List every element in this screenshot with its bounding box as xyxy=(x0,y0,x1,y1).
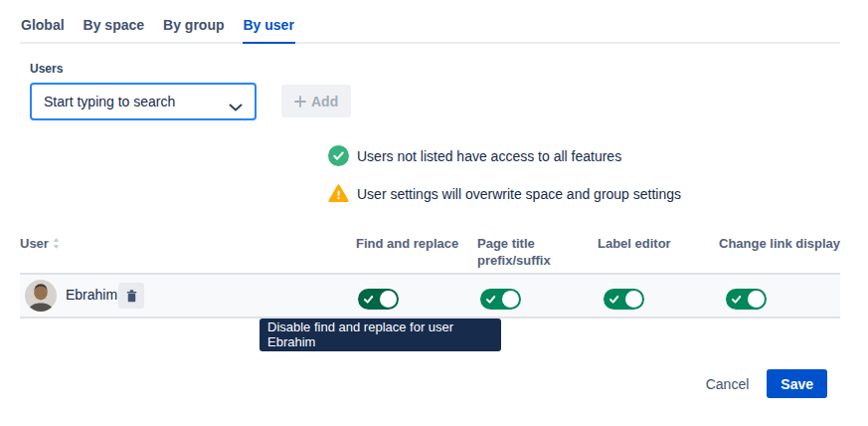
column-header-change-link-display: Change link display xyxy=(719,235,840,252)
table-row: Ebrahim xyxy=(20,273,840,319)
toggle-page-title-prefix-suffix[interactable] xyxy=(480,289,521,310)
success-message: Users not listed have access to all feat… xyxy=(328,145,621,166)
add-user-button-label: Add xyxy=(311,94,338,109)
warning-message-text: User settings will overwrite space and g… xyxy=(357,186,681,202)
toggle-check-icon xyxy=(608,293,620,306)
warning-triangle-icon xyxy=(328,183,349,204)
column-header-label-editor: Label editor xyxy=(598,235,671,252)
user-name: Ebrahim xyxy=(66,287,117,303)
tooltip-line2: Ebrahim xyxy=(267,334,493,349)
add-user-button[interactable]: Add xyxy=(281,85,351,117)
column-header-user[interactable]: User xyxy=(20,235,60,252)
tooltip-line1: Disable find and replace for user xyxy=(267,320,493,334)
success-message-text: Users not listed have access to all feat… xyxy=(357,148,621,164)
footer-actions: Cancel Save xyxy=(702,369,827,398)
toggle-label-editor[interactable] xyxy=(604,289,644,310)
column-header-user-label: User xyxy=(20,235,49,252)
users-field-label: Users xyxy=(30,62,63,76)
plus-icon xyxy=(294,96,306,107)
toggle-check-icon xyxy=(484,293,497,306)
toggle-knob xyxy=(380,291,397,308)
save-button[interactable]: Save xyxy=(767,369,827,398)
user-search-select[interactable]: Start typing to search xyxy=(30,83,257,120)
toggle-find-and-replace[interactable] xyxy=(358,289,399,310)
user-search-placeholder: Start typing to search xyxy=(44,94,229,109)
toggle-check-icon xyxy=(362,293,375,306)
avatar xyxy=(25,280,57,312)
tab-by-space[interactable]: By space xyxy=(83,10,145,44)
column-header-page-title-prefix-suffix: Page title prefix/suffix xyxy=(477,235,557,269)
toggle-knob xyxy=(502,291,519,308)
column-header-find-and-replace: Find and replace xyxy=(356,235,465,252)
feature-settings-page: Global By space By group By user Users S… xyxy=(0,0,868,426)
warning-message: User settings will overwrite space and g… xyxy=(328,183,681,204)
delete-user-button[interactable] xyxy=(118,283,144,309)
toggle-knob xyxy=(625,291,642,308)
tab-by-group[interactable]: By group xyxy=(162,10,225,44)
sort-icon xyxy=(53,238,60,249)
cancel-button[interactable]: Cancel xyxy=(702,370,754,398)
toggle-check-icon xyxy=(730,293,743,306)
toggle-knob xyxy=(748,291,765,308)
check-circle-icon xyxy=(328,145,349,166)
tab-global[interactable]: Global xyxy=(20,10,66,44)
settings-tabs: Global By space By group By user xyxy=(20,10,840,44)
trash-icon xyxy=(124,289,139,304)
tooltip: Disable find and replace for user Ebrahi… xyxy=(260,319,501,351)
toggle-change-link-display[interactable] xyxy=(726,289,767,310)
chevron-down-icon xyxy=(229,98,243,106)
tab-by-user[interactable]: By user xyxy=(243,10,295,44)
